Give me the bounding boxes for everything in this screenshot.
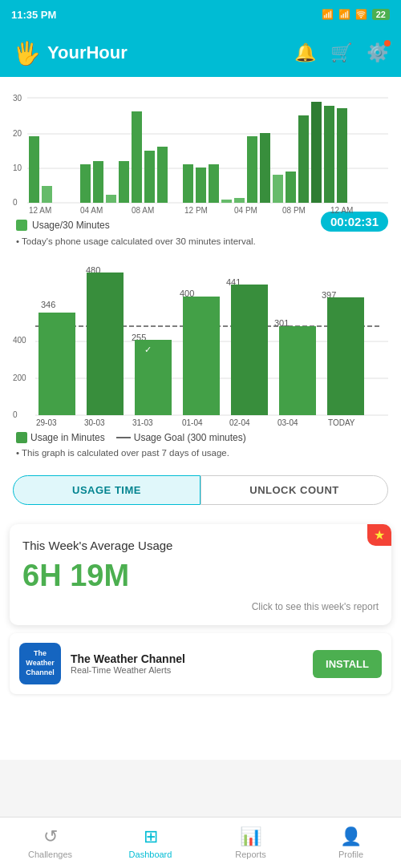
svg-rect-20 xyxy=(183,164,193,203)
svg-rect-55 xyxy=(183,297,220,415)
svg-text:20: 20 xyxy=(13,129,22,138)
svg-rect-8 xyxy=(29,136,39,203)
chart2-legend-label1: Usage in Minutes xyxy=(30,432,105,443)
svg-text:02-04: 02-04 xyxy=(229,418,250,427)
svg-text:30: 30 xyxy=(13,94,22,103)
chart2-legend: Usage in Minutes Usage Goal (300 minutes… xyxy=(13,432,388,443)
svg-rect-50 xyxy=(87,273,124,415)
app-logo: 🖐 YourHour xyxy=(13,40,128,67)
nav-profile[interactable]: 👤 Profile xyxy=(301,820,401,866)
chart1-note: • Today's phone usage calculated over 30… xyxy=(13,236,388,246)
svg-rect-26 xyxy=(260,133,270,203)
weekly-chart-section: 0 200 400 346 480 255 xyxy=(0,257,401,462)
nav-dashboard[interactable]: ⊞ Dashboard xyxy=(100,820,200,866)
svg-text:30-03: 30-03 xyxy=(84,418,105,427)
svg-rect-52 xyxy=(135,340,172,415)
weekly-chart-container: 0 200 400 346 480 255 xyxy=(13,267,388,427)
ad-logo: The Weather Channel xyxy=(19,643,61,684)
svg-rect-61 xyxy=(327,297,364,415)
svg-text:08 AM: 08 AM xyxy=(132,206,154,215)
svg-text:29-03: 29-03 xyxy=(36,418,57,427)
svg-text:03-04: 03-04 xyxy=(277,418,298,427)
svg-rect-24 xyxy=(234,198,245,203)
weekly-average-time: 6H 19M xyxy=(22,559,379,593)
svg-rect-48 xyxy=(38,313,75,415)
legend-usage-goal: Usage Goal (300 minutes) xyxy=(116,432,246,443)
svg-text:31-03: 31-03 xyxy=(132,418,153,427)
svg-text:0: 0 xyxy=(13,410,18,419)
svg-text:0: 0 xyxy=(13,198,18,207)
nav-challenges-label: Challenges xyxy=(28,850,72,859)
svg-text:400: 400 xyxy=(13,336,26,345)
wifi2-icon: 🛜 xyxy=(355,9,367,20)
usage-time-button[interactable]: USAGE TIME xyxy=(13,475,200,505)
svg-text:10: 10 xyxy=(13,164,22,172)
nav-reports-label: Reports xyxy=(235,850,266,859)
ad-banner: The Weather Channel The Weather Channel … xyxy=(10,633,391,694)
svg-rect-27 xyxy=(273,175,283,203)
svg-text:04 PM: 04 PM xyxy=(234,206,257,215)
status-time: 11:35 PM xyxy=(11,9,56,21)
app-header: 🖐 YourHour 🔔 🛒 ⚙️ xyxy=(0,29,401,77)
svg-text:01-04: 01-04 xyxy=(182,418,203,427)
chart1-legend: Usage/30 Minutes xyxy=(13,220,110,231)
profile-icon: 👤 xyxy=(340,826,362,847)
bell-icon[interactable]: 🔔 xyxy=(294,42,316,63)
ad-install-button[interactable]: INSTALL xyxy=(313,650,382,678)
legend-box-usage xyxy=(16,220,27,231)
svg-text:04 AM: 04 AM xyxy=(80,206,103,215)
ad-info: The Weather Channel Real-Time Weather Al… xyxy=(71,652,303,675)
svg-rect-29 xyxy=(298,115,309,203)
challenges-icon: ↺ xyxy=(43,826,58,847)
svg-rect-12 xyxy=(80,164,91,203)
main-content: 0 10 20 30 xyxy=(0,77,401,760)
status-icons: 📶 📶 🛜 22 xyxy=(322,9,390,20)
svg-text:TODAY: TODAY xyxy=(328,418,355,427)
svg-text:12 AM: 12 AM xyxy=(29,206,51,215)
svg-rect-28 xyxy=(286,172,296,203)
svg-rect-14 xyxy=(106,195,116,203)
weekly-report-link[interactable]: Click to see this week's report xyxy=(22,601,379,612)
svg-rect-30 xyxy=(311,102,322,203)
ad-app-name: The Weather Channel xyxy=(71,652,303,665)
chart2-legend-label2: Usage Goal (300 minutes) xyxy=(134,432,246,443)
cart-icon[interactable]: 🛒 xyxy=(330,42,352,63)
header-actions: 🔔 🛒 ⚙️ xyxy=(294,42,388,63)
nav-profile-label: Profile xyxy=(338,850,363,859)
app-name: YourHour xyxy=(47,42,128,63)
svg-rect-57 xyxy=(231,285,268,415)
weekly-chart-svg: 0 200 400 346 480 255 xyxy=(13,267,388,427)
svg-rect-32 xyxy=(337,108,347,203)
weekly-card-title: This Week's Average Usage xyxy=(22,539,379,552)
svg-rect-59 xyxy=(279,326,316,415)
hourly-chart-container: 0 10 20 30 xyxy=(13,87,388,215)
weekly-average-card[interactable]: ★ This Week's Average Usage 6H 19M Click… xyxy=(10,524,391,625)
dashboard-icon: ⊞ xyxy=(144,826,158,847)
wifi-icon: 📶 xyxy=(338,9,350,20)
nav-challenges[interactable]: ↺ Challenges xyxy=(0,820,100,866)
svg-rect-22 xyxy=(209,164,219,203)
svg-rect-31 xyxy=(324,106,334,203)
unlock-count-button[interactable]: UNLOCK COUNT xyxy=(200,475,388,505)
ad-logo-text: The Weather Channel xyxy=(26,649,55,677)
svg-text:346: 346 xyxy=(41,300,55,309)
svg-text:08 PM: 08 PM xyxy=(282,206,306,215)
reports-icon: 📊 xyxy=(240,826,261,847)
status-bar: 11:35 PM 📶 📶 🛜 22 xyxy=(0,0,401,29)
svg-text:200: 200 xyxy=(13,373,26,382)
svg-rect-13 xyxy=(93,161,103,203)
battery-indicator: 22 xyxy=(372,9,390,20)
chart1-legend-label: Usage/30 Minutes xyxy=(32,220,110,231)
hourly-chart-section: 0 10 20 30 xyxy=(0,77,401,251)
nav-dashboard-label: Dashboard xyxy=(129,850,172,859)
nav-reports[interactable]: 📊 Reports xyxy=(200,820,301,866)
svg-rect-21 xyxy=(196,168,206,203)
svg-text:12 AM: 12 AM xyxy=(330,206,353,215)
ad-sub-text: Real-Time Weather Alerts xyxy=(71,665,303,675)
svg-rect-15 xyxy=(119,161,129,203)
svg-rect-17 xyxy=(144,151,155,203)
svg-rect-9 xyxy=(42,186,52,203)
svg-rect-25 xyxy=(247,136,257,203)
legend-line-goal xyxy=(116,437,131,438)
settings-icon-wrapper[interactable]: ⚙️ xyxy=(367,42,388,63)
